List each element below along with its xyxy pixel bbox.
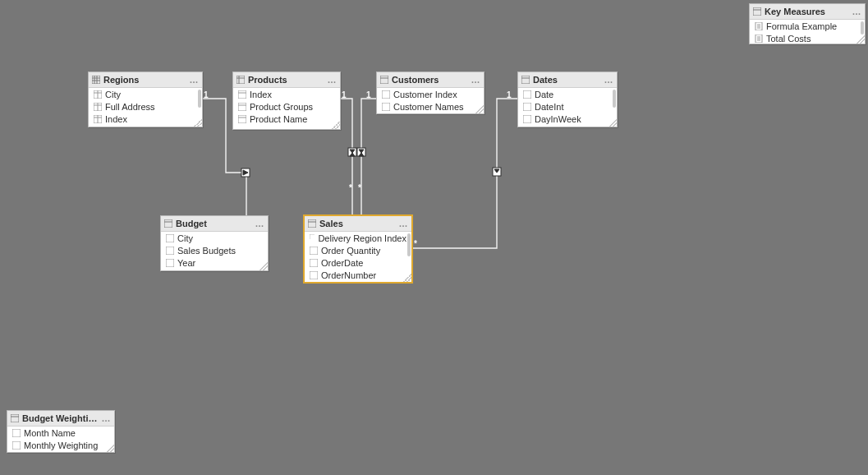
- table-menu-icon[interactable]: [471, 75, 480, 85]
- field-row[interactable]: Formula Example: [750, 20, 865, 32]
- field-row[interactable]: Month Name: [7, 427, 114, 439]
- table-menu-icon[interactable]: [604, 75, 613, 85]
- field-label: Monthly Weighting: [24, 440, 98, 450]
- svg-rect-47: [166, 259, 174, 267]
- field-row[interactable]: Total Costs: [750, 32, 865, 44]
- table-menu-icon[interactable]: [255, 219, 264, 228]
- column-icon: [523, 103, 531, 111]
- field-row[interactable]: Index: [233, 88, 340, 100]
- field-row[interactable]: Year: [161, 256, 268, 269]
- svg-rect-58: [753, 7, 761, 16]
- field-row[interactable]: OrderDate: [305, 256, 411, 269]
- svg-rect-36: [382, 90, 390, 99]
- scrollbar[interactable]: [198, 90, 201, 108]
- table-header[interactable]: Key Measures: [750, 4, 865, 20]
- field-label: Year: [177, 258, 195, 268]
- field-row[interactable]: City: [89, 88, 202, 100]
- table-products[interactable]: Products Index Product Groups Product Na…: [232, 71, 341, 130]
- svg-rect-30: [238, 103, 246, 111]
- scrollbar[interactable]: [613, 90, 616, 108]
- column-icon: [166, 259, 174, 267]
- table-header[interactable]: Budget: [161, 216, 268, 232]
- resize-grip[interactable]: [475, 105, 484, 113]
- scrollbar[interactable]: [407, 233, 411, 256]
- svg-marker-0: [244, 169, 249, 176]
- field-row[interactable]: DateInt: [518, 100, 617, 113]
- field-row[interactable]: DayInWeek: [518, 113, 617, 125]
- table-icon: [11, 414, 19, 422]
- svg-marker-7: [359, 150, 364, 153]
- cardinality-many: *: [358, 183, 361, 192]
- resize-grip[interactable]: [259, 262, 268, 270]
- table-dates[interactable]: Dates Date DateInt DayInWeek: [517, 71, 618, 127]
- table-menu-icon[interactable]: [327, 75, 337, 85]
- field-label: Product Name: [250, 114, 307, 124]
- table-header[interactable]: Dates: [518, 72, 617, 88]
- field-row[interactable]: Product Name: [233, 113, 340, 125]
- field-row[interactable]: Product Groups: [233, 100, 340, 113]
- svg-rect-25: [237, 76, 245, 84]
- resize-grip[interactable]: [332, 121, 340, 129]
- table-icon: [380, 76, 388, 84]
- resize-grip[interactable]: [609, 118, 617, 127]
- model-canvas[interactable]: { "tables": { "regions": { "title": "Reg…: [0, 0, 868, 475]
- svg-rect-54: [11, 414, 19, 422]
- column-icon: [523, 115, 531, 123]
- table-menu-icon[interactable]: [852, 7, 861, 16]
- column-icon: [382, 103, 390, 111]
- field-label: Order Quantity: [321, 246, 380, 256]
- table-key-measures[interactable]: Key Measures Formula Example Total Costs: [749, 3, 866, 44]
- svg-rect-46: [166, 247, 174, 255]
- table-regions[interactable]: Regions City Full Address Index: [88, 71, 203, 127]
- svg-marker-4: [350, 150, 355, 153]
- field-row[interactable]: Full Address: [89, 100, 202, 113]
- field-row[interactable]: City: [161, 232, 268, 244]
- table-header[interactable]: Customers: [377, 72, 484, 88]
- cardinality-one: 1: [342, 90, 347, 99]
- table-header[interactable]: Budget Weightings: [7, 411, 114, 427]
- field-row[interactable]: Customer Names: [377, 100, 484, 113]
- table-title: Dates: [533, 75, 600, 85]
- table-title: Regions: [103, 75, 186, 85]
- field-row[interactable]: Customer Index: [377, 88, 484, 100]
- resize-grip[interactable]: [857, 35, 865, 44]
- table-header[interactable]: Sales: [305, 216, 411, 232]
- field-label: OrderNumber: [321, 270, 376, 280]
- svg-rect-53: [310, 271, 318, 279]
- column-icon: [166, 234, 174, 242]
- table-menu-icon[interactable]: [101, 413, 111, 423]
- table-sales[interactable]: Sales Delivery Region Index Order Quanti…: [304, 215, 412, 283]
- field-label: City: [105, 90, 121, 99]
- column-icon: [382, 90, 390, 99]
- field-label: City: [177, 233, 193, 243]
- table-header[interactable]: Products: [233, 72, 340, 88]
- resize-grip[interactable]: [106, 444, 114, 452]
- svg-marker-8: [359, 153, 364, 156]
- svg-rect-43: [164, 219, 172, 228]
- field-row[interactable]: Delivery Region Index: [305, 232, 411, 244]
- table-menu-icon[interactable]: [398, 219, 408, 228]
- table-menu-icon[interactable]: [189, 75, 199, 85]
- resize-grip[interactable]: [194, 118, 202, 127]
- resize-grip[interactable]: [403, 274, 411, 282]
- table-header[interactable]: Regions: [89, 72, 202, 88]
- field-label: Full Address: [105, 102, 155, 112]
- column-icon: [94, 103, 102, 111]
- field-row[interactable]: Monthly Weighting: [7, 439, 114, 451]
- column-icon: [166, 247, 174, 255]
- table-budget-weightings[interactable]: Budget Weightings Month Name Monthly Wei…: [7, 410, 115, 453]
- field-row[interactable]: Date: [518, 88, 617, 100]
- column-icon: [238, 103, 246, 111]
- table-title: Products: [248, 75, 324, 85]
- field-row[interactable]: Sales Budgets: [161, 244, 268, 256]
- scrollbar[interactable]: [861, 21, 864, 35]
- field-row[interactable]: OrderNumber: [305, 269, 411, 281]
- column-icon: [523, 90, 531, 99]
- table-budget[interactable]: Budget City Sales Budgets Year: [160, 215, 269, 271]
- field-row[interactable]: Index: [89, 113, 202, 125]
- field-label: DateInt: [535, 102, 563, 112]
- table-title: Budget: [176, 219, 251, 228]
- field-row[interactable]: Order Quantity: [305, 244, 411, 256]
- table-customers[interactable]: Customers Customer Index Customer Names: [376, 71, 485, 114]
- column-icon: [12, 429, 21, 437]
